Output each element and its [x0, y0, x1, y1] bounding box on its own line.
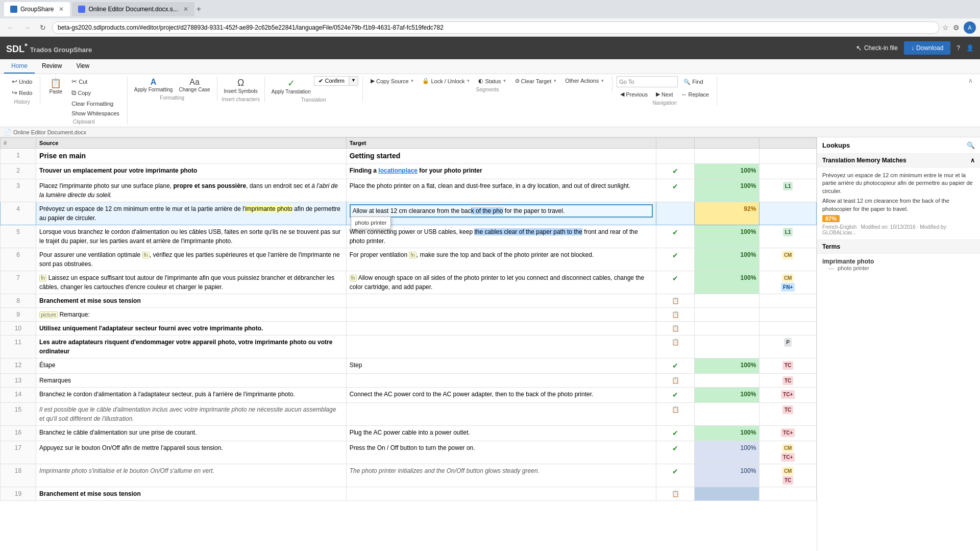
- terms-section-title[interactable]: Terms: [817, 240, 980, 254]
- seg-target-2[interactable]: Finding a locationplace for your photo p…: [346, 164, 656, 179]
- copy-source-button[interactable]: ▶ Copy Source ▼: [367, 76, 418, 86]
- seg-source-2[interactable]: Trouver un emplacement pour votre imprim…: [36, 164, 347, 179]
- back-button[interactable]: ←: [4, 22, 17, 33]
- change-case-button[interactable]: Aa Change Case: [176, 76, 212, 94]
- seg-target-14[interactable]: Connect the AC power cord to the AC powe…: [346, 388, 656, 403]
- seg-target-3[interactable]: Place the photo printer on a flat, clean…: [346, 179, 656, 202]
- ribbon-tab-view[interactable]: View: [69, 59, 96, 74]
- target-input-4[interactable]: Allow at least 12 cm clearance from the …: [350, 204, 653, 218]
- tab-editor[interactable]: Online Editor Document.docx.s... ✕: [72, 2, 194, 16]
- seg-target-7[interactable]: fn Allow enough space on all sides of th…: [346, 271, 656, 294]
- bookmark-icon[interactable]: ☆: [942, 23, 949, 32]
- seg-target-15[interactable]: [346, 403, 656, 426]
- badge-cm-18: CM: [782, 467, 794, 475]
- cut-button[interactable]: ✂ Cut: [68, 76, 123, 87]
- table-row: 6 Pour assurer une ventilation optimale …: [1, 248, 817, 271]
- tab-editor-close[interactable]: ✕: [183, 6, 188, 13]
- seg-source-11[interactable]: Les autre adaptateurs risquent d'endomma…: [36, 336, 347, 358]
- seg-target-18[interactable]: The photo printer initializes and the On…: [346, 464, 656, 487]
- seg-target-11[interactable]: [346, 336, 656, 358]
- ribbon-tab-review[interactable]: Review: [35, 59, 69, 74]
- redo-button[interactable]: ↪ Redo: [8, 87, 36, 98]
- status-check-7: ✔: [672, 274, 678, 282]
- checkin-button[interactable]: ↖ Check-in file: [856, 44, 898, 52]
- undo-button[interactable]: ↩ Undo: [8, 76, 36, 87]
- seg-target-19[interactable]: [346, 487, 656, 501]
- seg-target-9[interactable]: [346, 308, 656, 322]
- confirm-button[interactable]: ✔ Confirm: [314, 76, 349, 86]
- seg-target-17[interactable]: Press the On / Off button to turn the po…: [346, 441, 656, 464]
- confirm-dropdown[interactable]: ▼: [349, 76, 358, 86]
- find-button[interactable]: 🔍 Find: [680, 77, 706, 87]
- copy-button[interactable]: ⧉ Copy: [68, 87, 123, 99]
- help-button[interactable]: ?: [957, 44, 960, 52]
- clear-formatting-small[interactable]: Clear Formatting: [68, 99, 123, 108]
- lookups-search-icon[interactable]: 🔍: [967, 141, 975, 149]
- ribbon-tab-home[interactable]: Home: [4, 59, 35, 74]
- user-button[interactable]: 👤: [966, 44, 974, 52]
- ribbon-collapse-button[interactable]: ∧: [965, 76, 976, 85]
- forward-button[interactable]: →: [20, 22, 34, 33]
- paste-button[interactable]: 📋 Paste: [44, 76, 67, 96]
- address-input[interactable]: [52, 21, 939, 34]
- seg-target-1[interactable]: Getting started: [346, 149, 656, 164]
- seg-source-1[interactable]: Prise en main: [36, 149, 347, 164]
- seg-target-6[interactable]: For proper ventilation fn, make sure the…: [346, 248, 656, 271]
- seg-source-7[interactable]: fn Laissez un espace suffisant tout auto…: [36, 271, 347, 294]
- seg-source-8[interactable]: Branchement et mise sous tension: [36, 294, 347, 308]
- new-tab-button[interactable]: +: [197, 5, 201, 14]
- seg-target-10[interactable]: [346, 322, 656, 336]
- seg-source-18[interactable]: Imprimante photo s'initialise et le bout…: [36, 464, 347, 487]
- status-button[interactable]: ◐ Status ▼: [475, 76, 510, 86]
- seg-target-13[interactable]: [346, 374, 656, 388]
- seg-target-4[interactable]: Allow at least 12 cm clearance from the …: [346, 202, 656, 225]
- seg-source-13[interactable]: Remarques: [36, 374, 347, 388]
- seg-target-12[interactable]: Step: [346, 358, 656, 374]
- seg-target-5[interactable]: When connecting power or USB cables, kee…: [346, 225, 656, 248]
- goto-input[interactable]: [617, 76, 678, 87]
- replace-button[interactable]: ↔ Replace: [678, 89, 713, 99]
- ribbon-clipboard-items: 📋 Paste ✂ Cut ⧉ Copy Clear Formatting: [44, 76, 123, 118]
- next-button[interactable]: ▶ Next: [652, 89, 677, 99]
- seg-source-15[interactable]: Il est possible que le câble d'alimentat…: [36, 403, 347, 426]
- seg-source-9[interactable]: picture Remarque:: [36, 308, 347, 322]
- extensions-icon[interactable]: ⚙: [953, 23, 960, 32]
- apply-translation-button[interactable]: ✓ Apply Translation: [269, 76, 313, 96]
- seg-source-10[interactable]: Utilisez uniquement l'adaptateur secteur…: [36, 322, 347, 336]
- seg-source-3[interactable]: Placez l'imprimante photo sur une surfac…: [36, 179, 347, 202]
- seg-target-16[interactable]: Plug the AC power cable into a power out…: [346, 426, 656, 441]
- seg-num-8: 8: [1, 294, 36, 308]
- segment-table: # Source Target 1 Prise en main Getting …: [0, 137, 817, 501]
- user-avatar[interactable]: A: [964, 21, 976, 34]
- seg-num-4: 4: [1, 202, 36, 225]
- seg-source-6[interactable]: Pour assurer une ventilation optimale fn…: [36, 248, 347, 271]
- tab-groupshare-close[interactable]: ✕: [59, 6, 64, 13]
- show-whitespace-button[interactable]: Show Whitespaces: [68, 109, 123, 118]
- tm-match-score-row: 87%: [822, 215, 975, 222]
- seg-source-14[interactable]: Branchez le cordon d'alimentation à l'ad…: [36, 388, 347, 403]
- seg-target-8[interactable]: [346, 294, 656, 308]
- seg-source-17[interactable]: Appuyez sur le bouton On/Off afin de met…: [36, 441, 347, 464]
- seg-num-1: 1: [1, 149, 36, 164]
- insert-symbols-button[interactable]: Ω Insert Symbols: [222, 76, 260, 95]
- tm-section-title[interactable]: Translation Memory Matches ∧: [817, 154, 980, 167]
- seg-source-4[interactable]: Prévoyez un espace de 12 cm minimum entr…: [36, 202, 347, 225]
- autocomplete-4[interactable]: photo printer: [351, 217, 391, 229]
- lock-unlock-button[interactable]: 🔒 Lock / Unlock ▼: [419, 76, 474, 86]
- seg-source-16[interactable]: Branchez le câble d'alimentation sur une…: [36, 426, 347, 441]
- apply-formatting-button[interactable]: A Apply Formatting: [132, 76, 176, 94]
- tab-groupshare[interactable]: GroupShare ✕: [4, 2, 70, 16]
- other-actions-button[interactable]: Other Actions ▼: [561, 76, 608, 85]
- download-button[interactable]: ↓ Download: [904, 41, 950, 55]
- seg-status-1: [656, 149, 694, 164]
- previous-button[interactable]: ◀ Previous: [617, 89, 651, 99]
- seg-source-5[interactable]: Lorsque vous branchez le cordon d'alimen…: [36, 225, 347, 248]
- status-arrow: ▼: [503, 79, 507, 83]
- seg-source-19[interactable]: Branchement et mise sous tension: [36, 487, 347, 501]
- seg-source-12[interactable]: Étape: [36, 358, 347, 374]
- ribbon-group-formatting: A Apply Formatting Aa Change Case Format…: [128, 76, 217, 101]
- clear-target-button[interactable]: ⊘ Clear Target ▼: [511, 76, 561, 86]
- badge-cm-6: CM: [782, 251, 794, 259]
- table-row: 2 Trouver un emplacement pour votre impr…: [1, 164, 817, 179]
- refresh-button[interactable]: ↻: [37, 22, 49, 33]
